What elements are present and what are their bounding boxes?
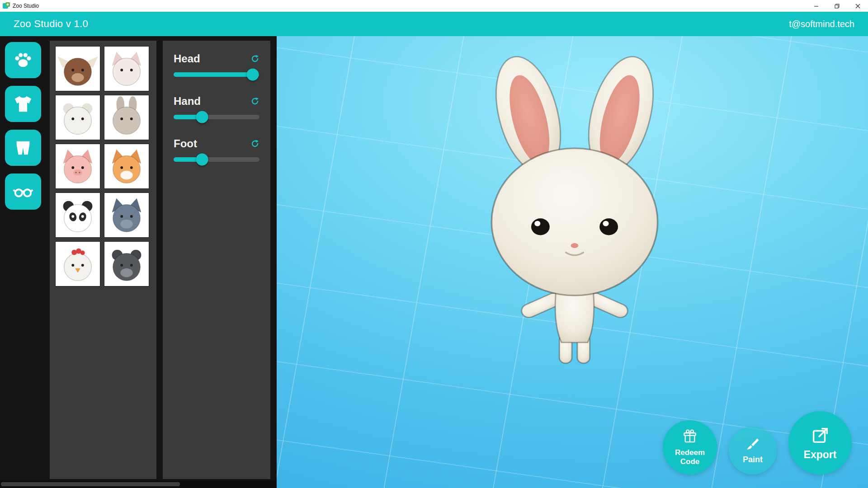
rabbit-head bbox=[491, 148, 657, 296]
app-icon bbox=[3, 2, 10, 9]
hand-slider-row: Hand bbox=[174, 95, 259, 119]
head-slider-thumb[interactable] bbox=[246, 69, 259, 81]
sidebar-item-animals[interactable] bbox=[5, 42, 41, 78]
hand-slider-track[interactable] bbox=[174, 115, 259, 119]
cat-thumbnail bbox=[104, 47, 149, 91]
left-panel-zone: Head Hand bbox=[0, 36, 277, 488]
character-rabbit bbox=[466, 48, 683, 364]
animal-tile-shiba[interactable] bbox=[104, 144, 149, 189]
randomize-icon[interactable] bbox=[250, 139, 259, 148]
animal-tile-bull[interactable] bbox=[55, 46, 100, 91]
animal-tile-panda[interactable] bbox=[55, 192, 100, 238]
paw-icon bbox=[13, 50, 33, 70]
sidebar-item-glasses[interactable] bbox=[5, 174, 41, 210]
main-content: Head Hand bbox=[0, 36, 868, 488]
app-title: Zoo Studio v 1.0 bbox=[14, 18, 88, 30]
sidebar-item-pants[interactable] bbox=[5, 130, 41, 166]
foot-slider-row: Foot bbox=[174, 137, 259, 162]
rooster-thumbnail bbox=[56, 242, 100, 286]
gorilla-thumbnail bbox=[104, 242, 149, 286]
polar-bear-thumbnail bbox=[56, 95, 100, 140]
rabbit-thumbnail bbox=[104, 95, 149, 140]
sidebar-item-shirts[interactable] bbox=[5, 86, 41, 122]
app-window: Zoo Studio Zoo Studio v 1.0 t@softmind.t… bbox=[0, 0, 868, 488]
head-slider-row: Head bbox=[174, 52, 259, 77]
minimize-icon bbox=[814, 4, 819, 9]
export-icon bbox=[810, 425, 830, 446]
panda-thumbnail bbox=[56, 193, 100, 237]
animal-tile-cat[interactable] bbox=[104, 46, 149, 91]
randomize-icon[interactable] bbox=[250, 97, 259, 106]
contact-handle: t@softmind.tech bbox=[789, 19, 854, 29]
foot-slider-label: Foot bbox=[174, 137, 197, 150]
restore-icon bbox=[835, 4, 840, 9]
randomize-icon[interactable] bbox=[250, 54, 259, 63]
hand-slider-label: Hand bbox=[174, 95, 201, 108]
export-label: Export bbox=[804, 449, 837, 460]
window-title: Zoo Studio bbox=[13, 3, 39, 9]
tool-sidebar bbox=[0, 36, 46, 488]
hand-slider-thumb[interactable] bbox=[196, 111, 208, 123]
export-button[interactable]: Export bbox=[788, 411, 852, 474]
minimize-button[interactable] bbox=[806, 0, 826, 12]
viewport-3d[interactable]: Redeem Code Paint Export bbox=[277, 36, 868, 488]
animal-tile-polar-bear[interactable] bbox=[55, 95, 100, 140]
animal-tile-rabbit[interactable] bbox=[104, 95, 149, 140]
gift-icon bbox=[681, 428, 698, 446]
glasses-icon bbox=[13, 181, 33, 202]
head-slider-label: Head bbox=[174, 52, 200, 65]
horizontal-scrollbar[interactable] bbox=[0, 480, 277, 488]
close-icon bbox=[855, 4, 860, 9]
foot-slider-track[interactable] bbox=[174, 157, 259, 162]
animal-tile-pig[interactable] bbox=[55, 144, 100, 189]
scrollbar-thumb[interactable] bbox=[1, 482, 180, 486]
wolf-thumbnail bbox=[104, 193, 149, 237]
pants-icon bbox=[13, 137, 33, 158]
restore-button[interactable] bbox=[826, 0, 847, 12]
pig-thumbnail bbox=[56, 144, 100, 188]
paint-brush-icon bbox=[745, 437, 760, 452]
redeem-code-label: Redeem Code bbox=[670, 448, 709, 466]
head-slider-track[interactable] bbox=[174, 72, 259, 77]
shirt-icon bbox=[13, 94, 33, 114]
viewport-actions: Redeem Code Paint Export bbox=[663, 411, 852, 474]
bull-thumbnail bbox=[56, 47, 100, 91]
animal-tile-rooster[interactable] bbox=[55, 241, 100, 286]
animal-tile-gorilla[interactable] bbox=[104, 241, 149, 286]
close-button[interactable] bbox=[847, 0, 868, 12]
foot-slider-thumb[interactable] bbox=[196, 154, 208, 166]
app-header: Zoo Studio v 1.0 t@softmind.tech bbox=[0, 12, 868, 36]
animal-panel bbox=[50, 41, 156, 479]
part-sliders-panel: Head Hand bbox=[163, 41, 270, 479]
paint-button[interactable]: Paint bbox=[729, 427, 777, 474]
paint-label: Paint bbox=[743, 455, 763, 465]
redeem-code-button[interactable]: Redeem Code bbox=[663, 420, 717, 474]
animal-tile-wolf[interactable] bbox=[104, 192, 149, 238]
os-titlebar: Zoo Studio bbox=[0, 0, 868, 12]
animal-grid bbox=[55, 46, 151, 286]
shiba-thumbnail bbox=[104, 144, 149, 188]
